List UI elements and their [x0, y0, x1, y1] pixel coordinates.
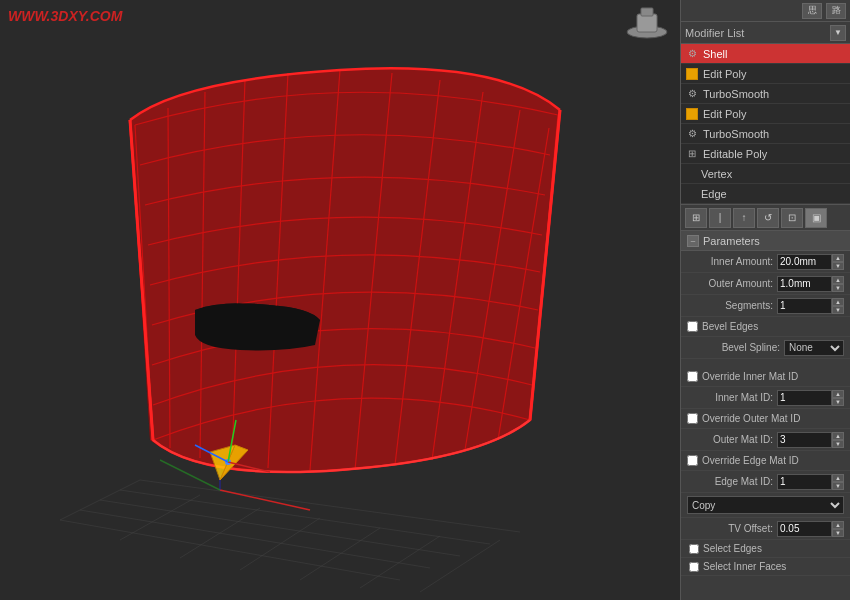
gear-icon-editable: ⊞ — [685, 147, 699, 161]
segments-label: Segments: — [687, 300, 777, 311]
modifier-item-edit-poly-1[interactable]: Edit Poly — [681, 64, 850, 84]
outer-mat-id-down[interactable]: ▼ — [832, 440, 844, 448]
modifier-name-edge: Edge — [701, 188, 846, 200]
bevel-edges-checkbox[interactable] — [687, 321, 698, 332]
outer-mat-id-up[interactable]: ▲ — [832, 432, 844, 440]
outer-amount-field[interactable]: 1.0mm — [777, 276, 832, 292]
segments-field[interactable]: 1 — [777, 298, 832, 314]
tv-offset-down[interactable]: ▼ — [832, 529, 844, 537]
svg-rect-23 — [637, 14, 657, 32]
edge-mat-id-spinner[interactable]: ▲ ▼ — [832, 474, 844, 490]
override-outer-row: Override Outer Mat ID — [681, 409, 850, 429]
modifier-item-edit-poly-2[interactable]: Edit Poly — [681, 104, 850, 124]
watermark: WWW.3DXY.COM — [8, 8, 122, 24]
segments-input-group: 1 ▲ ▼ — [777, 298, 844, 314]
bevel-spline-label: Bevel Spline: — [687, 342, 784, 353]
modifier-item-shell[interactable]: ⚙ Shell — [681, 44, 850, 64]
inner-amount-spinner[interactable]: ▲ ▼ — [832, 254, 844, 270]
toolbar-move-btn[interactable]: ↑ — [733, 208, 755, 228]
override-inner-checkbox[interactable] — [687, 371, 698, 382]
inner-amount-field[interactable]: 20.0mm — [777, 254, 832, 270]
segments-spinner[interactable]: ▲ ▼ — [832, 298, 844, 314]
tv-offset-field[interactable]: 0.05 — [777, 521, 832, 537]
segments-row: Segments: 1 ▲ ▼ — [681, 295, 850, 317]
tv-offset-up[interactable]: ▲ — [832, 521, 844, 529]
toolbar-scale-btn[interactable]: ⊡ — [781, 208, 803, 228]
toolbar-select-btn[interactable]: ▣ — [805, 208, 827, 228]
segments-up[interactable]: ▲ — [832, 298, 844, 306]
box-icon-edit-poly-1 — [685, 67, 699, 81]
select-edges-checkbox[interactable] — [689, 544, 699, 554]
modifier-item-editable-poly[interactable]: ⊞ Editable Poly — [681, 144, 850, 164]
edge-mat-id-group: 1 ▲ ▼ — [777, 474, 844, 490]
tv-offset-label: TV Offset: — [687, 523, 777, 534]
inner-mat-id-row: Inner Mat ID: 1 ▲ ▼ — [681, 387, 850, 409]
modifier-stack: ⚙ Shell Edit Poly ⚙ TurboSmooth Edit Pol… — [681, 44, 850, 205]
edge-mat-id-up[interactable]: ▲ — [832, 474, 844, 482]
parameters-section[interactable]: – Parameters Inner Amount: 20.0mm ▲ ▼ Ou… — [681, 231, 850, 600]
website-link-1[interactable]: 思 — [802, 3, 822, 19]
edge-mat-id-label: Edge Mat ID: — [687, 476, 777, 487]
toolbar-pin-btn[interactable]: ⊞ — [685, 208, 707, 228]
modifier-name-edit-poly-1: Edit Poly — [703, 68, 846, 80]
3d-viewport[interactable]: WWW.3DXY.COM — [0, 0, 680, 600]
modifier-item-vertex[interactable]: Vertex — [681, 164, 850, 184]
inner-amount-down[interactable]: ▼ — [832, 262, 844, 270]
scene-canvas — [0, 0, 680, 600]
outer-mat-id-row: Outer Mat ID: 3 ▲ ▼ — [681, 429, 850, 451]
outer-amount-row: Outer Amount: 1.0mm ▲ ▼ — [681, 273, 850, 295]
override-edge-checkbox[interactable] — [687, 455, 698, 466]
override-outer-checkbox[interactable] — [687, 413, 698, 424]
outer-amount-spinner[interactable]: ▲ ▼ — [832, 276, 844, 292]
inner-amount-row: Inner Amount: 20.0mm ▲ ▼ — [681, 251, 850, 273]
modifier-item-turbo-smooth-1[interactable]: ⚙ TurboSmooth — [681, 84, 850, 104]
edge-mat-id-field[interactable]: 1 — [777, 474, 832, 490]
select-inner-faces-row: Select Inner Faces — [681, 558, 850, 576]
gear-icon-shell: ⚙ — [685, 47, 699, 61]
edge-mat-id-down[interactable]: ▼ — [832, 482, 844, 490]
inner-amount-input-group: 20.0mm ▲ ▼ — [777, 254, 844, 270]
select-edges-row: Select Edges — [681, 540, 850, 558]
select-inner-faces-checkbox[interactable] — [689, 562, 699, 572]
copy-select[interactable]: Copy — [687, 496, 844, 514]
bevel-edges-row: Bevel Edges — [681, 317, 850, 337]
bevel-spline-row: Bevel Spline: None — [681, 337, 850, 359]
copy-dropdown-row: Copy — [681, 493, 850, 518]
inner-amount-up[interactable]: ▲ — [832, 254, 844, 262]
parameters-header[interactable]: – Parameters — [681, 231, 850, 251]
section-gap-1 — [681, 359, 850, 367]
outer-mat-id-spinner[interactable]: ▲ ▼ — [832, 432, 844, 448]
svg-rect-24 — [641, 8, 653, 16]
inner-mat-id-down[interactable]: ▼ — [832, 398, 844, 406]
box-icon-edit-poly-2 — [685, 107, 699, 121]
outer-amount-down[interactable]: ▼ — [832, 284, 844, 292]
select-edges-label: Select Edges — [703, 543, 762, 554]
parameters-title: Parameters — [703, 235, 760, 247]
right-panel: 思 路 Modifier List ▼ ⚙ Shell Edit Poly ⚙ … — [680, 0, 850, 600]
toolbar-separator: | — [709, 208, 731, 228]
modifier-list-dropdown-btn[interactable]: ▼ — [830, 25, 846, 41]
tv-offset-row: TV Offset: 0.05 ▲ ▼ — [681, 518, 850, 540]
inner-mat-id-field[interactable]: 1 — [777, 390, 832, 406]
override-edge-label: Override Edge Mat ID — [702, 455, 799, 466]
website-link-2[interactable]: 路 — [826, 3, 846, 19]
hat-icon — [625, 4, 665, 39]
modifier-item-edge[interactable]: Edge — [681, 184, 850, 204]
bevel-spline-select[interactable]: None — [784, 340, 844, 356]
params-collapse-btn[interactable]: – — [687, 235, 699, 247]
outer-mat-id-field[interactable]: 3 — [777, 432, 832, 448]
edge-mat-id-row: Edge Mat ID: 1 ▲ ▼ — [681, 471, 850, 493]
inner-mat-id-spinner[interactable]: ▲ ▼ — [832, 390, 844, 406]
tv-offset-spinner[interactable]: ▲ ▼ — [832, 521, 844, 537]
inner-mat-id-up[interactable]: ▲ — [832, 390, 844, 398]
modifier-name-turbo-1: TurboSmooth — [703, 88, 846, 100]
modifier-item-turbo-smooth-2[interactable]: ⚙ TurboSmooth — [681, 124, 850, 144]
outer-amount-up[interactable]: ▲ — [832, 276, 844, 284]
outer-mat-id-group: 3 ▲ ▼ — [777, 432, 844, 448]
modifier-list-header[interactable]: Modifier List ▼ — [681, 22, 850, 44]
toolbar-rotate-btn[interactable]: ↺ — [757, 208, 779, 228]
segments-down[interactable]: ▼ — [832, 306, 844, 314]
modifier-name-shell: Shell — [703, 48, 846, 60]
tv-offset-group: 0.05 ▲ ▼ — [777, 521, 844, 537]
inner-mat-id-group: 1 ▲ ▼ — [777, 390, 844, 406]
